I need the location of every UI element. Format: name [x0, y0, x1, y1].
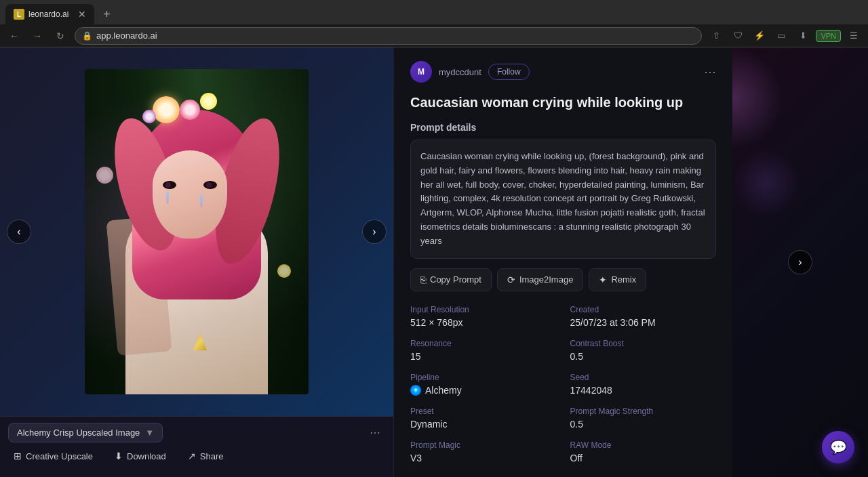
contrast-boost-label: Contrast Boost [570, 339, 717, 348]
prev-image-button[interactable]: ‹ [7, 220, 31, 244]
image-panel: ‹ › Alchemy Crisp Upscaled Image ▼ ⋯ ⊞ C… [0, 47, 393, 477]
shield-icon[interactable]: 🛡 [729, 27, 747, 45]
share-icon: ↗ [188, 451, 196, 461]
creative-upscale-label: Creative Upscale [26, 451, 93, 461]
pipeline-label: Pipeline [410, 373, 557, 382]
new-tab-button[interactable]: + [97, 5, 116, 24]
flower-2 [180, 100, 200, 120]
pipeline-item: Pipeline ✦ Alchemy [410, 373, 557, 396]
follow-button[interactable]: Follow [488, 64, 530, 80]
download-icon: ⬇ [115, 451, 123, 461]
reload-button[interactable]: ↻ [52, 27, 69, 45]
details-grid: Input Resolution 512 × 768px Created 25/… [410, 305, 716, 463]
input-resolution-value: 512 × 768px [410, 317, 557, 328]
url-text: app.leonardo.ai [96, 30, 157, 41]
input-resolution-label: Input Resolution [410, 305, 557, 314]
seed-item: Seed 17442048 [570, 373, 717, 396]
prompt-section-label: Prompt details [410, 122, 716, 133]
preset-detail-value: Dynamic [410, 419, 557, 430]
extensions-button[interactable]: ▭ [772, 27, 790, 45]
resonance-item: Resonance 15 [410, 339, 557, 362]
tab-close-button[interactable]: ✕ [78, 9, 86, 20]
copy-icon: ⎘ [420, 274, 426, 285]
downloads-button[interactable]: ⬇ [794, 27, 812, 45]
art-necklace [183, 333, 217, 367]
creative-upscale-icon: ⊞ [14, 451, 22, 461]
glow-orb-1 [732, 47, 783, 149]
remix-label: Remix [611, 274, 636, 285]
right-decorative-panel: › [732, 47, 868, 477]
created-value: 25/07/23 at 3:06 PM [570, 317, 717, 328]
floating-flower-1 [96, 167, 113, 184]
prompt-magic-item: Prompt Magic V3 [410, 440, 557, 463]
contrast-boost-item: Contrast Boost 0.5 [570, 339, 717, 362]
user-header: M mydccdunt Follow ⋯ [410, 61, 716, 83]
share-button[interactable]: ↗ Share [182, 448, 229, 464]
outer-next-button[interactable]: › [788, 250, 812, 274]
toolbar-top: Alchemy Crisp Upscaled Image ▼ ⋯ [8, 422, 385, 442]
active-tab[interactable]: L leonardo.ai ✕ [5, 4, 94, 24]
info-panel: M mydccdunt Follow ⋯ Caucasian woman cry… [393, 47, 732, 477]
art-eyes [163, 181, 217, 189]
toolbar-more-button[interactable]: ⋯ [365, 422, 385, 442]
nav-right-controls: ⇧ 🛡 ⚡ ▭ ⬇ VPN ☰ [707, 27, 863, 45]
necklace-pendant [193, 333, 207, 350]
preset-detail-label: Preset [410, 407, 557, 416]
tab-favicon: L [14, 9, 24, 20]
alert-icon[interactable]: ⚡ [751, 27, 768, 45]
resonance-label: Resonance [410, 339, 557, 348]
prompt-text: Caucasian woman crying while looking up,… [410, 140, 716, 259]
prompt-magic-strength-item: Prompt Magic Strength 0.5 [570, 407, 717, 430]
chat-support-button[interactable]: 💬 [822, 431, 854, 463]
preset-item: Preset Dynamic [410, 407, 557, 430]
copy-prompt-button[interactable]: ⎘ Copy Prompt [410, 268, 492, 291]
glow-orb-2 [732, 149, 800, 217]
image2image-icon: ⟳ [507, 274, 515, 285]
address-bar[interactable]: 🔒 app.leonardo.ai [75, 27, 702, 45]
image-container: ‹ › [0, 47, 393, 416]
remix-icon: ✦ [599, 274, 607, 285]
resonance-value: 15 [410, 351, 557, 362]
tab-title: leonardo.ai [28, 9, 68, 19]
vpn-badge[interactable]: VPN [816, 30, 841, 42]
art-face [153, 150, 227, 239]
preset-selector[interactable]: Alchemy Crisp Upscaled Image ▼ [8, 423, 163, 442]
eye-right [203, 181, 217, 189]
share-browser-button[interactable]: ⇧ [707, 27, 725, 45]
main-content: ‹ › Alchemy Crisp Upscaled Image ▼ ⋯ ⊞ C… [0, 47, 868, 477]
user-avatar: M [410, 61, 432, 83]
created-label: Created [570, 305, 717, 314]
art-figure [112, 110, 281, 394]
input-resolution-item: Input Resolution 512 × 768px [410, 305, 557, 328]
browser-chrome: L leonardo.ai ✕ + ← → ↻ 🔒 app.leonardo.a… [0, 0, 868, 47]
image2image-button[interactable]: ⟳ Image2Image [497, 268, 584, 291]
prompt-magic-strength-value: 0.5 [570, 419, 717, 430]
image2image-label: Image2Image [519, 274, 574, 285]
toolbar-bottom: ⊞ Creative Upscale ⬇ Download ↗ Share [8, 448, 385, 464]
seed-value: 17442048 [570, 385, 717, 396]
art-flowers [139, 96, 234, 150]
next-image-button[interactable]: › [362, 220, 387, 244]
remix-button[interactable]: ✦ Remix [589, 268, 646, 291]
tear-2 [200, 194, 203, 208]
copy-prompt-label: Copy Prompt [430, 274, 481, 285]
image-toolbar: Alchemy Crisp Upscaled Image ▼ ⋯ ⊞ Creat… [0, 416, 393, 477]
tab-bar: L leonardo.ai ✕ + [0, 0, 868, 24]
flower-3 [200, 93, 217, 110]
eye-left [163, 181, 176, 189]
menu-button[interactable]: ☰ [845, 27, 863, 45]
back-button[interactable]: ← [5, 27, 23, 45]
contrast-boost-value: 0.5 [570, 351, 717, 362]
prompt-magic-label: Prompt Magic [410, 440, 557, 450]
forward-button[interactable]: → [28, 27, 46, 45]
share-label: Share [200, 451, 224, 461]
pipeline-value: ✦ Alchemy [410, 385, 557, 396]
raw-mode-label: RAW Mode [570, 440, 717, 450]
download-button[interactable]: ⬇ Download [109, 448, 172, 464]
creative-upscale-button[interactable]: ⊞ Creative Upscale [8, 448, 98, 464]
preset-label: Alchemy Crisp Upscaled Image [17, 428, 140, 438]
flower-1 [153, 96, 180, 123]
more-options-button[interactable]: ⋯ [704, 64, 716, 79]
prompt-magic-value: V3 [410, 453, 557, 463]
generated-image[interactable] [85, 69, 309, 394]
